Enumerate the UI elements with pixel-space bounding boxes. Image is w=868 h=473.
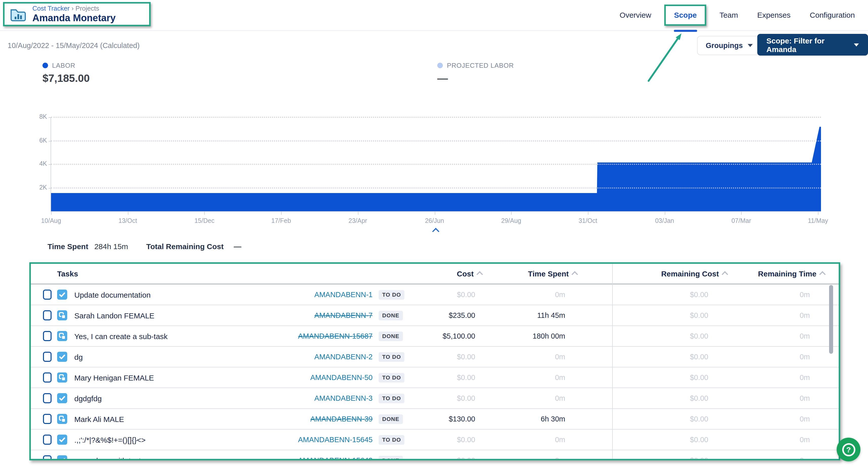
status-badge: TO DO	[379, 373, 404, 382]
scope-filter-button-label: Scope: Filter for Amanda	[766, 36, 848, 53]
row-checkbox[interactable]	[43, 310, 52, 320]
projected-labor-value: —	[437, 72, 514, 84]
sort-caret-icon	[571, 271, 578, 278]
legend-labor: LABOR $7,185.00	[42, 62, 90, 84]
groupings-button[interactable]: Groupings	[697, 36, 762, 55]
breadcrumb-app-link[interactable]: Cost Tracker	[32, 5, 69, 12]
task-name: Mary Henigan FEMALE	[68, 373, 310, 382]
task-table: Tasks Cost Time Spent Remaining Cost Rem…	[31, 264, 839, 459]
annotation-arrow-to-scope-icon	[642, 29, 687, 85]
chevron-up-icon	[432, 228, 439, 235]
cost-value: $0.00	[428, 436, 481, 444]
y-axis-tick	[49, 164, 51, 165]
issue-key-link[interactable]: AMANDABENN-7	[314, 311, 373, 319]
subtask-type-icon	[52, 331, 68, 341]
task-type-icon	[52, 435, 68, 445]
row-checkbox[interactable]	[43, 331, 52, 341]
checkbox-cell	[31, 310, 52, 320]
checkbox-cell	[31, 290, 52, 300]
project-header-highlight: Cost Tracker › Projects Amanda Monetary	[3, 2, 151, 26]
issue-key-link[interactable]: AMANDABENN-3	[314, 394, 373, 402]
table-row: spec chars with testAMANDABENN-15643DONE…	[31, 450, 839, 460]
row-checkbox[interactable]	[43, 393, 52, 403]
tab-team[interactable]: Team	[719, 10, 738, 20]
time-spent-value: 0m	[481, 373, 576, 381]
row-checkbox[interactable]	[43, 373, 52, 383]
groupings-button-label: Groupings	[706, 41, 743, 50]
table-row: .,;':/*|?&%$!+=()[]{}<>AMANDABENN-15645T…	[31, 430, 839, 450]
status-badge: DONE	[379, 311, 403, 320]
labor-label: LABOR	[52, 62, 75, 69]
remaining-time-value: 0m	[726, 373, 824, 381]
top-nav-tabs: Overview Scope Team Expenses Configurati…	[620, 10, 855, 20]
scope-filter-button[interactable]: Scope: Filter for Amanda	[757, 34, 868, 56]
chart-collapse-button[interactable]	[433, 229, 439, 235]
row-checkbox[interactable]	[43, 290, 52, 300]
time-spent-value: 0m	[481, 290, 576, 298]
remaining-cost-value: $0.00	[612, 373, 726, 381]
projected-labor-dot-icon	[437, 63, 443, 68]
total-remaining-cost-value: —	[234, 242, 241, 251]
task-name: dgdgfdg	[68, 394, 314, 403]
column-header-cost[interactable]: Cost	[428, 270, 481, 278]
column-header-time-spent[interactable]: Time Spent	[481, 270, 576, 278]
table-row: Mary Henigan FEMALEAMANDABENN-50TO DO$0.…	[31, 367, 839, 388]
remaining-cost-value: $0.00	[612, 311, 726, 319]
labor-cost-area-chart: 2K4K6K8K10/Aug13/Oct15/Dec17/Feb23/Apr26…	[51, 117, 821, 212]
x-axis-tick	[281, 211, 282, 215]
project-folder-chart-icon	[9, 5, 27, 23]
x-axis-tick	[511, 211, 512, 215]
issue-key-link[interactable]: AMANDABENN-1	[314, 290, 373, 298]
status-badge-cell: DONE	[373, 311, 428, 320]
issue-key-link[interactable]: AMANDABENN-39	[310, 415, 373, 423]
remaining-cost-value: $0.00	[612, 332, 726, 340]
x-axis-label: 11/May	[808, 217, 828, 224]
table-row: Mark Ali MALEAMANDABENN-39DONE$130.006h …	[31, 409, 839, 430]
cost-value: $130.00	[428, 415, 481, 423]
task-table-body: Update documentationAMANDABENN-1TO DO$0.…	[31, 284, 839, 460]
x-axis-tick	[818, 211, 818, 215]
issue-key-link[interactable]: AMANDABENN-15687	[298, 332, 373, 340]
row-checkbox[interactable]	[43, 414, 52, 424]
status-badge-cell: TO DO	[373, 435, 428, 444]
issue-key-link[interactable]: AMANDABENN-2	[314, 353, 373, 361]
tab-overview[interactable]: Overview	[620, 10, 651, 20]
chart-gridline	[51, 117, 821, 118]
issue-key-link[interactable]: AMANDABENN-50	[310, 373, 373, 381]
checkbox-cell	[31, 435, 52, 445]
labor-total-value: $7,185.00	[42, 72, 90, 84]
date-range-label: 10/Aug/2022 - 15/May/2024 (Calculated)	[8, 41, 140, 50]
time-spent-value: 0m	[481, 353, 576, 361]
tab-expenses[interactable]: Expenses	[757, 10, 790, 20]
row-checkbox[interactable]	[43, 352, 52, 362]
task-type-icon	[52, 455, 68, 460]
issue-key-link[interactable]: AMANDABENN-15645	[298, 436, 373, 444]
remaining-time-value: 0m	[726, 353, 824, 361]
task-type-icon	[52, 393, 68, 403]
column-header-remaining-cost[interactable]: Remaining Cost	[612, 270, 726, 278]
remaining-time-value: 0m	[726, 332, 824, 340]
status-badge: DONE	[379, 414, 403, 424]
issue-key-link[interactable]: AMANDABENN-15643	[298, 456, 373, 460]
x-axis-tick	[435, 211, 435, 215]
x-axis-label: 17/Feb	[271, 217, 291, 224]
task-name: spec chars with test	[68, 456, 298, 460]
table-row: dgAMANDABENN-2TO DO$0.000m$0.000m	[31, 347, 839, 367]
row-checkbox[interactable]	[43, 435, 52, 445]
chevron-down-icon	[854, 43, 859, 46]
time-spent-value: 284h 15m	[94, 242, 128, 251]
tab-configuration[interactable]: Configuration	[810, 10, 855, 20]
status-badge-cell: DONE	[373, 331, 428, 341]
x-axis-tick	[205, 211, 205, 215]
table-scrollbar[interactable]	[829, 285, 833, 354]
task-name: Mark Ali MALE	[68, 415, 310, 423]
tab-scope[interactable]: Scope	[664, 5, 706, 26]
help-button[interactable]: ?	[837, 438, 860, 462]
status-badge-cell: DONE	[373, 414, 428, 424]
x-axis-tick	[358, 211, 359, 215]
question-mark-icon: ?	[842, 443, 855, 456]
status-badge-cell: DONE	[373, 455, 428, 460]
column-header-remaining-time[interactable]: Remaining Time	[726, 270, 824, 278]
row-checkbox[interactable]	[43, 455, 52, 460]
checkbox-cell	[31, 414, 52, 424]
